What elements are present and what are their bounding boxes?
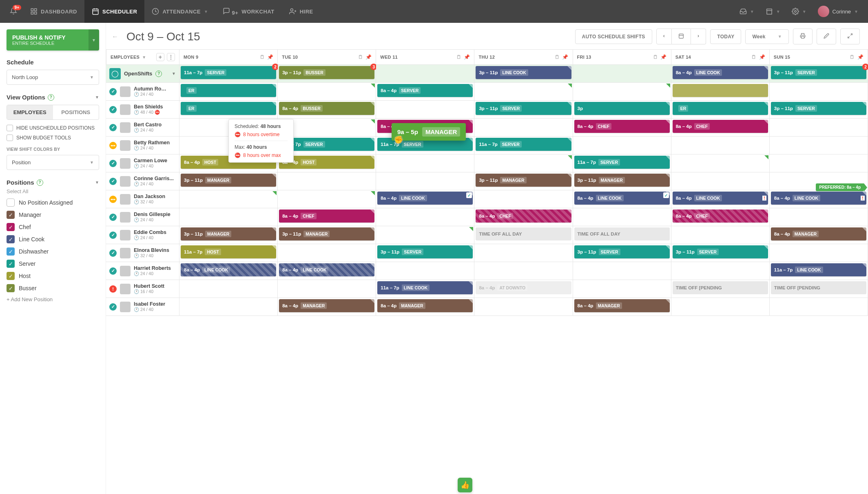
openshift-cell[interactable]: 3p – 11pLINE COOK: [474, 65, 573, 83]
employee-row-header[interactable]: ✓ Ben Shields 🕐 48 / 40 ⛔: [106, 101, 179, 119]
shift-block[interactable]: 3p – 11p MANAGER: [476, 174, 571, 187]
openshift-cell[interactable]: [573, 65, 671, 83]
schedule-cell[interactable]: 3p – 11p SERVER: [573, 244, 671, 262]
employee-row-header[interactable]: ✓ Carmen Lowe 🕐 24 / 40: [106, 154, 179, 172]
shift-block[interactable]: 3p – 11pLINE COOK: [476, 66, 571, 79]
shift-block[interactable]: 3p – 11pSERVER2: [771, 66, 866, 79]
schedule-cell[interactable]: [770, 137, 868, 154]
openshifts-row-header[interactable]: ◯ OpenShifts ? ▼: [106, 65, 179, 83]
employee-row-header[interactable]: ✓ Corinne Garris... 🕐 24 / 40: [106, 172, 179, 190]
position-dishwasher[interactable]: ✓Dishwasher: [7, 247, 99, 256]
employee-row-header[interactable]: ✓ Eddie Combs 🕐 24 / 40: [106, 226, 179, 244]
user-menu[interactable]: Corinne ▼: [812, 6, 864, 17]
schedule-cell[interactable]: [474, 190, 573, 208]
shift-block[interactable]: TIME OFF ALL DAY: [476, 227, 571, 240]
schedule-cell[interactable]: [573, 280, 671, 298]
shift-block[interactable]: 8a – 4p LINE COOK ✓: [377, 192, 473, 205]
schedule-cell[interactable]: [770, 119, 868, 137]
shift-block[interactable]: 8a – 4p MANAGER: [771, 227, 866, 240]
schedule-cell[interactable]: [474, 83, 573, 101]
schedule-cell[interactable]: 8a – 4p CHEF: [474, 208, 573, 226]
schedule-cell[interactable]: 11a – 7p HOST: [179, 244, 278, 262]
openshift-cell[interactable]: 3p – 11pSERVER2: [770, 65, 868, 83]
schedule-cell[interactable]: [671, 298, 770, 316]
schedule-cell[interactable]: [671, 262, 770, 280]
shift-block[interactable]: 8a – 4p LINE COOK ✓: [574, 192, 670, 205]
schedule-cell[interactable]: 3p – 11p SERVER: [671, 244, 770, 262]
note-icon[interactable]: 🗒: [751, 54, 756, 60]
schedule-cell[interactable]: 11a – 7p SERVER: [573, 154, 671, 172]
schedule-cell[interactable]: [770, 298, 868, 316]
schedule-cell[interactable]: [376, 208, 474, 226]
schedule-cell[interactable]: 3p – 11p SERVER: [770, 101, 868, 119]
show-budget-checkbox[interactable]: SHOW BUDGET TOOLS: [7, 135, 99, 141]
note-icon[interactable]: 🗒: [850, 54, 855, 60]
schedule-cell[interactable]: 8a – 4p LINE COOK: [278, 262, 376, 280]
shift-block[interactable]: 8a – 4p CHEF: [279, 210, 374, 223]
view-mode-select[interactable]: Week ▼: [745, 29, 789, 44]
next-week-button[interactable]: ›: [691, 29, 706, 44]
schedule-cell[interactable]: 8a – 4p LINE COOK !: [671, 190, 770, 208]
position-server[interactable]: ✓Server: [7, 260, 99, 268]
shift-block[interactable]: 3p – 11p MANAGER: [574, 174, 670, 187]
shift-block[interactable]: 3p – 11p MANAGER: [279, 227, 374, 240]
pin-icon[interactable]: 📌: [365, 54, 372, 60]
shift-block[interactable]: 8a – 4p CHEF: [673, 120, 768, 133]
pin-icon[interactable]: 📌: [857, 54, 864, 60]
employee-row-header[interactable]: ••• Dan Jackson 🕐 32 / 40: [106, 190, 179, 208]
settings-menu[interactable]: ▼: [786, 8, 812, 15]
schedule-cell[interactable]: 8a – 4p AT DOWNTO: [474, 280, 573, 298]
employee-row-header[interactable]: ✓ Elnora Blevins 🕐 32 / 40: [106, 244, 179, 262]
schedule-cell[interactable]: ER: [179, 101, 278, 119]
schedule-select[interactable]: North Loop ▼: [7, 70, 99, 85]
schedule-cell[interactable]: [376, 172, 474, 190]
add-position-link[interactable]: + Add New Position: [7, 296, 99, 302]
schedule-cell[interactable]: 3p: [573, 101, 671, 119]
nav-attendance[interactable]: ATTENDANCE ▼: [144, 0, 215, 23]
note-icon[interactable]: 🗒: [555, 54, 560, 60]
employee-row-header[interactable]: ✓ Autumn Ro… 🕐 24 / 40: [106, 83, 179, 101]
color-by-select[interactable]: Position ▼: [7, 155, 99, 170]
schedule-cell[interactable]: 3p – 11p MANAGER: [573, 172, 671, 190]
nav-scheduler[interactable]: SCHEDULER: [84, 0, 144, 23]
nav-workchat[interactable]: 9+ WORKCHAT: [215, 0, 281, 23]
schedule-cell[interactable]: ER: [671, 101, 770, 119]
inbox-menu[interactable]: ▼: [734, 8, 760, 15]
segment-positions[interactable]: POSITIONS: [53, 105, 99, 119]
schedule-cell[interactable]: 8a – 4p CHEF: [573, 119, 671, 137]
help-icon[interactable]: ?: [37, 179, 43, 186]
schedule-cell[interactable]: 3p – 11p SERVER: [376, 244, 474, 262]
schedule-cell[interactable]: [278, 190, 376, 208]
shift-block[interactable]: TIME OFF [PENDING: [673, 281, 768, 294]
schedule-cell[interactable]: [179, 190, 278, 208]
shift-block[interactable]: 3p: [574, 102, 670, 115]
schedule-cell[interactable]: 11a – 7p LINE COOK: [376, 280, 474, 298]
schedule-cell[interactable]: [179, 280, 278, 298]
shift-block[interactable]: 8a – 4p MANAGER: [377, 299, 473, 312]
schedule-cell[interactable]: [179, 298, 278, 316]
employee-row-header[interactable]: ✓ Bert Castro 🕐 24 / 40: [106, 119, 179, 137]
shift-block[interactable]: 3p – 11p SERVER: [377, 245, 473, 258]
auto-schedule-button[interactable]: AUTO SCHEDULE SHIFTS: [575, 29, 652, 44]
schedule-cell[interactable]: [474, 298, 573, 316]
schedule-cell[interactable]: TIME OFF ALL DAY: [474, 226, 573, 244]
shift-block[interactable]: 8a – 4p MANAGER: [279, 299, 374, 312]
schedule-cell[interactable]: [376, 154, 474, 172]
schedule-cell[interactable]: [278, 244, 376, 262]
schedule-cell[interactable]: 8a – 4p LINE COOK: [179, 262, 278, 280]
schedule-cell[interactable]: [278, 280, 376, 298]
note-icon[interactable]: 🗒: [358, 54, 363, 60]
segment-employees[interactable]: EMPLOYEES: [7, 105, 53, 119]
schedule-cell[interactable]: 8a – 4p SERVER: [376, 83, 474, 101]
schedule-cell[interactable]: [474, 119, 573, 137]
today-button[interactable]: TODAY: [710, 29, 741, 44]
shift-block[interactable]: 3p – 11p SERVER: [574, 245, 670, 258]
pin-icon[interactable]: 📌: [562, 54, 568, 60]
back-arrow[interactable]: ←: [112, 33, 118, 40]
note-icon[interactable]: 🗒: [653, 54, 658, 60]
filter-employee-button[interactable]: ⋮: [167, 53, 175, 61]
schedule-cell[interactable]: [671, 83, 770, 101]
calendar-picker-button[interactable]: [672, 29, 691, 44]
shift-block[interactable]: 11a – 7p SERVER: [476, 138, 571, 151]
schedule-cell[interactable]: [671, 172, 770, 190]
